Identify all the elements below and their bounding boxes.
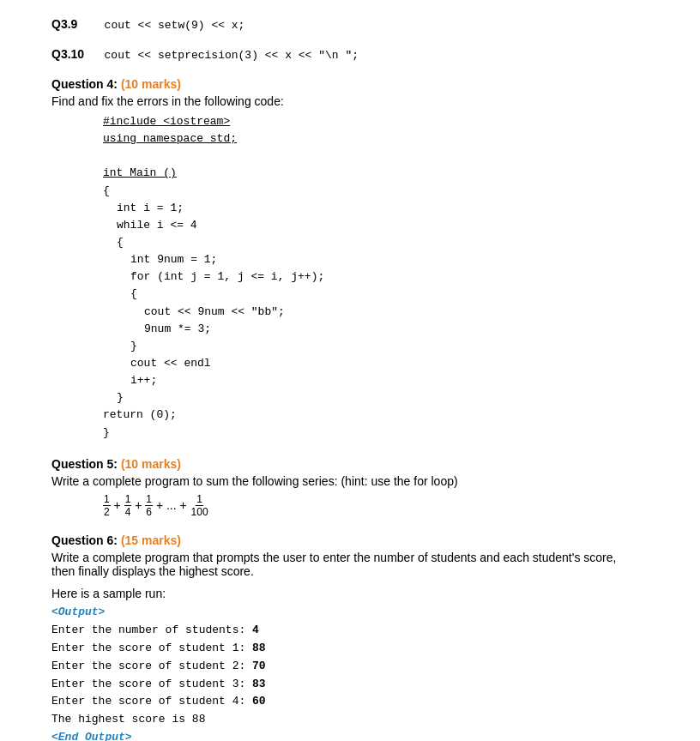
- fraction-1-6: 1 6: [145, 493, 153, 519]
- output-end-text: <End Output>: [51, 731, 132, 741]
- q3-10-label: Q3.10: [51, 47, 84, 61]
- q5-intro: Write a complete program to sum the foll…: [51, 474, 649, 488]
- output-score3-bold: 83: [252, 678, 266, 690]
- q6-section: Question 6: (15 marks) Write a complete …: [51, 533, 649, 741]
- output-line-2: Enter the score of student 1: 88: [51, 640, 649, 658]
- code-line-ipp: i++;: [130, 372, 649, 389]
- output-num-bold: 4: [252, 624, 259, 636]
- output-start-tag: <Output>: [51, 604, 649, 622]
- plus-1: +: [114, 497, 124, 511]
- code-line-cout-9num: cout << 9num << "bb";: [144, 304, 649, 321]
- code-line-brace6: }: [103, 425, 649, 442]
- q4-section: Question 4: (10 marks) Find and fix the …: [51, 77, 649, 442]
- q6-intro-line2: then finally displays the highest score.: [51, 564, 649, 578]
- code-line-using: using namespace std;: [103, 130, 649, 148]
- code-line-brace5: }: [117, 389, 649, 407]
- code-line-empty1: [103, 148, 649, 165]
- code-line-include: #include <iostream>: [103, 113, 649, 130]
- q3-9-section: Q3.9 cout << setw(9) << x;: [51, 17, 649, 32]
- q3-10-code: cout << setprecision(3) << x << "\n ";: [105, 49, 359, 62]
- code-line-9num-mult: 9num *= 3;: [144, 321, 649, 338]
- code-line-brace2: {: [117, 234, 649, 251]
- q3-10-line: Q3.10 cout << setprecision(3) << x << "\…: [51, 47, 649, 62]
- output-line-3: Enter the score of student 2: 70: [51, 658, 649, 676]
- output-score2-bold: 70: [252, 660, 266, 672]
- fraction-1-100: 1 100: [190, 493, 209, 519]
- code-line-return: return (0);: [103, 407, 649, 424]
- output-start-text: <Output>: [51, 605, 105, 618]
- q4-code-block: #include <iostream> using namespace std;…: [103, 113, 649, 442]
- q6-header: Question 6: (15 marks): [51, 533, 649, 547]
- plus-2: +: [135, 497, 145, 511]
- fraction-1-2: 1 2: [103, 493, 111, 519]
- plus-dots: + ... +: [156, 497, 190, 511]
- code-line-main: int Main (): [103, 165, 649, 182]
- q5-marks: (10 marks): [121, 457, 181, 471]
- output-line-4: Enter the score of student 3: 83: [51, 676, 649, 694]
- q5-label: Question 5:: [51, 457, 118, 471]
- q6-marks: (15 marks): [121, 533, 181, 547]
- q6-sample-label: Here is a sample run:: [51, 587, 649, 600]
- code-line-for: for (int j = 1, j <= i, j++);: [130, 268, 649, 286]
- code-line-brace1: {: [103, 183, 649, 200]
- fraction-1-4: 1 4: [124, 493, 132, 519]
- code-line-int-i: int i = 1;: [117, 200, 649, 217]
- output-line-5: Enter the score of student 4: 60: [51, 693, 649, 711]
- q3-9-code: cout << setw(9) << x;: [105, 19, 245, 32]
- q3-9-line: Q3.9 cout << setw(9) << x;: [51, 17, 649, 32]
- output-score4-bold: 60: [252, 695, 266, 708]
- output-line-6: The highest score is 88: [51, 711, 649, 729]
- code-line-brace3: {: [130, 286, 649, 303]
- code-line-while: while i <= 4: [117, 217, 649, 234]
- q4-label: Question 4:: [51, 77, 118, 91]
- output-score1-bold: 88: [252, 642, 266, 654]
- q6-label: Question 6:: [51, 533, 118, 547]
- q5-section: Question 5: (10 marks) Write a complete …: [51, 457, 649, 519]
- q5-series: 1 2 + 1 4 + 1 6 + ... + 1 100: [103, 493, 649, 519]
- q4-marks: (10 marks): [121, 77, 181, 91]
- q3-10-section: Q3.10 cout << setprecision(3) << x << "\…: [51, 47, 649, 62]
- q3-9-label: Q3.9: [51, 17, 77, 31]
- q4-header: Question 4: (10 marks): [51, 77, 649, 91]
- code-line-9num-decl: int 9num = 1;: [130, 251, 649, 268]
- q6-intro-line1: Write a complete program that prompts th…: [51, 551, 649, 564]
- code-line-brace4: }: [130, 338, 649, 355]
- q6-output-block: <Output> Enter the number of students: 4…: [51, 604, 649, 741]
- sample-label-text: Here is a sample run:: [51, 587, 166, 600]
- code-line-cout-endl: cout << endl: [130, 355, 649, 372]
- output-line-1: Enter the number of students: 4: [51, 622, 649, 640]
- output-end-tag: <End Output>: [51, 729, 649, 741]
- q4-intro: Find and fix the errors in the following…: [51, 94, 649, 108]
- q5-header: Question 5: (10 marks): [51, 457, 649, 471]
